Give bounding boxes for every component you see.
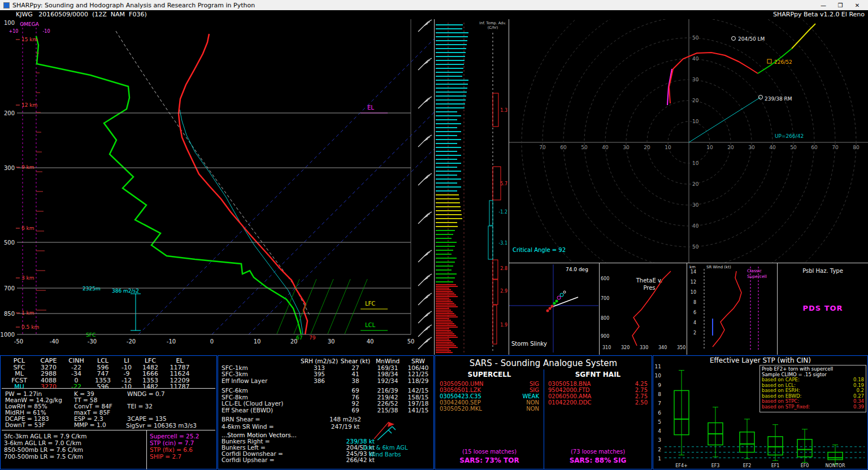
slinky-dot	[560, 293, 563, 297]
slinky-dot	[563, 291, 566, 293]
temp-tick-label: 0	[210, 338, 214, 345]
pressure-tick-label: 500	[4, 240, 15, 246]
hodograph[interactable]: 1010101020202020303030304040404050505050…	[509, 19, 868, 263]
kinematics-panel[interactable]: SRH (m2/s2)Shear (kt)MnWindSRWSFC-1km313…	[218, 355, 434, 469]
hodo-ring-label: 40	[602, 145, 609, 150]
moist-adiabat	[294, 279, 316, 334]
lm-marker[interactable]	[732, 37, 736, 41]
pcl-header: CAPE	[34, 358, 63, 364]
srwind-y-tick: 14	[691, 269, 696, 275]
sars-match[interactable]: 01042200.DDC2.50	[548, 399, 648, 406]
wind-speed-profile[interactable]	[434, 19, 478, 355]
hodo-ring-label: 40	[692, 56, 699, 62]
sars-match-value: 2.75	[635, 387, 648, 393]
thermo-panel[interactable]: PCLCAPECINHLCLLILFCELSFC3270-22596-10148…	[0, 355, 217, 469]
lapse-rate: 3-6km AGL LR = 7.0 C/km	[4, 439, 86, 446]
temp-tick-label: 20	[290, 338, 298, 345]
sars-panel[interactable]: SARS - Sounding Analogue System SUPERCEL…	[435, 355, 652, 469]
dewpoint-trace	[36, 36, 301, 334]
omega-minus-label: -10	[42, 29, 50, 34]
stp-panel[interactable]: Effective Layer STP (with CIN) 111098765…	[653, 355, 868, 469]
window-title: SHARPpy: Sounding and Hodograph Analysis…	[12, 2, 815, 9]
srwind-inset[interactable]: SR Wind (kt) km Classic Supercell 141210…	[687, 263, 777, 355]
sars-match-id: 03050500.UMN	[440, 381, 484, 387]
thetae-title-2: Pres	[643, 285, 655, 291]
app-icon	[3, 2, 10, 8]
height-label: 0.5 km	[21, 324, 39, 330]
prob-row: based on STP_fixed:0.39	[762, 404, 864, 410]
hazard-inset[interactable]: Psbl Haz. Type PDS TOR	[777, 263, 868, 355]
pressure-tick-label: 1000	[1, 332, 15, 338]
temp-tick-label: -40	[50, 338, 59, 345]
pcl-name: MU	[4, 384, 34, 390]
stp-prob-box: Prob EF2+ torn with supercell Sample CLI…	[760, 365, 866, 412]
sars-match[interactable]: 03050501.LZKSIG	[440, 387, 539, 393]
srwind-annotation-1: Classic	[747, 268, 762, 273]
sars-match-value: NON	[526, 406, 539, 412]
close-button[interactable]: ✕	[849, 2, 866, 8]
thermo-col-2: K = 39TT = 58ConvT = 84FmaxT = 85FESP = …	[74, 391, 112, 428]
temp-adv-bar	[493, 93, 498, 127]
parcel-table: PCLCAPECINHLCLLILFCELSFC3270-22596-10148…	[4, 358, 196, 390]
hodo-trace-6-9km	[792, 24, 815, 49]
lcl-label: LCL	[365, 322, 376, 328]
sars-match[interactable]: 03050423.C35WEAK	[440, 393, 539, 399]
srwind-y-tick: 6	[693, 310, 696, 315]
skewt-plot[interactable]: OMEGA +10 -10 EL LFC LCL 2325m 386 m2/s2…	[0, 19, 434, 355]
storm-slinky-inset[interactable]: 74.0 deg Storm Slinky	[509, 263, 599, 355]
srwind-y-tick: 10	[691, 290, 696, 295]
pcl-li: -10	[116, 384, 137, 390]
prob-label: based on STP_fixed:	[762, 404, 810, 410]
thetae-x-tick: 340	[658, 345, 667, 350]
pressure-tick-label: 100	[4, 20, 15, 26]
lm-label: 204/50 LM	[738, 36, 765, 42]
composite-index: SHIP = 2.7	[150, 453, 199, 460]
hodo-ring-label: 20	[692, 98, 699, 103]
thermo-stat: TEI = 32	[127, 403, 167, 410]
height-label: 1 km	[21, 310, 34, 316]
srwind-plot: SR Wind (kt) km Classic Supercell 141210…	[687, 263, 776, 354]
sars-hail-loose: (73 loose matches)	[544, 449, 652, 455]
sars-match[interactable]: 03050500.UMNSIG	[440, 381, 539, 387]
mean-wind-marker[interactable]	[767, 59, 771, 63]
sars-match[interactable]: 03050520.MKLNON	[440, 406, 539, 412]
stp-category-label: EF4+	[675, 463, 687, 468]
hodo-ring-label: 10	[692, 160, 699, 166]
temp-adv-value: 1.3	[500, 108, 507, 113]
sars-match[interactable]: 95042000.FTD2.75	[548, 387, 648, 393]
sars-supercell-header: SUPERCELL	[435, 371, 544, 378]
pcl-cape: 2988	[34, 371, 63, 377]
composite-index: STP (fix) = 6.6	[150, 446, 199, 453]
stp-y-tick: 3	[658, 437, 661, 443]
thetae-x-tick: 350	[677, 345, 685, 350]
temp-tick-label: 40	[367, 338, 374, 345]
moist-adiabat	[328, 279, 350, 334]
minimize-button[interactable]: —	[815, 2, 832, 8]
thetae-inset[interactable]: ThetaE v. Pres 6007008009003103203303403…	[599, 263, 687, 355]
temp-adv-value: -1.2	[498, 210, 507, 215]
slinky-angle-value: 74.0 deg	[566, 267, 588, 272]
sars-match[interactable]: 02060500.AMA2.75	[548, 393, 648, 399]
sars-supercell-list: 03050500.UMNSIG03050501.LZKSIG03050423.C…	[440, 381, 539, 412]
sars-match[interactable]: 03042400.SEPNON	[440, 399, 539, 406]
thermo-col-3: WNDG = 0.7 TEI = 32 3CAPE = 135	[127, 391, 167, 422]
stp-y-tick: 5	[658, 419, 661, 425]
sars-match[interactable]: 03050518.BNA4.25	[548, 381, 648, 387]
slinky-title: Storm Slinky	[511, 341, 547, 347]
hazard-title: Psbl Haz. Type	[778, 268, 868, 274]
thetae-y-tick: 900	[601, 334, 609, 339]
maximize-button[interactable]: ❐	[832, 2, 849, 8]
pcl-header: LCL	[90, 358, 116, 364]
srwind-y-tick: 2	[693, 330, 696, 336]
pcl-cinh: -34	[63, 371, 90, 377]
critical-angle-label: Critical Angle = 92	[513, 247, 566, 253]
stp-category-label: EF0	[801, 463, 809, 468]
prob-title: Prob EF2+ torn with supercell	[762, 366, 864, 372]
hodo-ring-label: 20	[727, 145, 734, 150]
pcl-li: -9	[116, 371, 137, 377]
composite-index: Supercell = 25.2	[150, 433, 199, 439]
stp-y-tick: 10	[655, 373, 662, 378]
hodo-ring-label: 30	[692, 77, 699, 82]
sars-hail-list: 03050518.BNA4.2595042000.FTD2.7502060500…	[548, 381, 648, 406]
sars-match-value: 2.50	[635, 399, 648, 406]
